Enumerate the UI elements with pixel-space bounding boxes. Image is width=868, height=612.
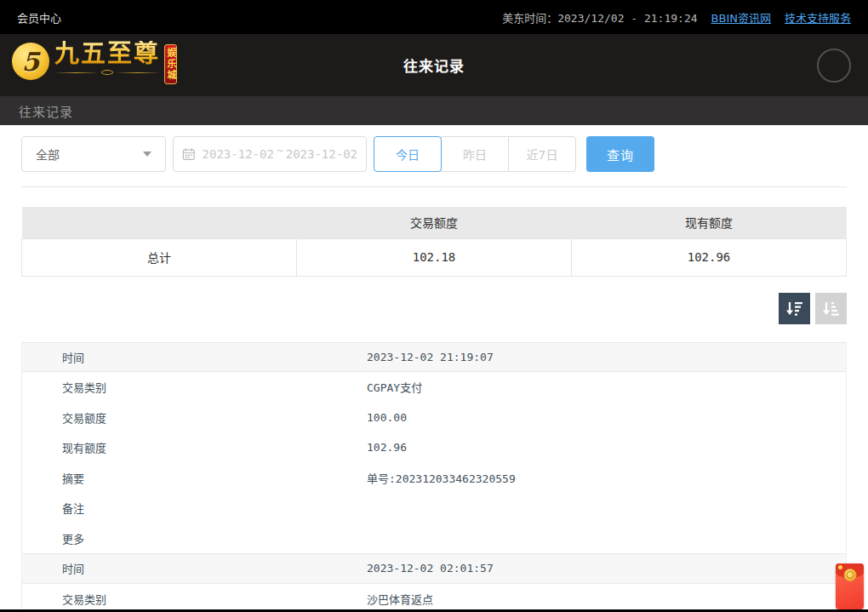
field-label: 时间 [22, 560, 367, 576]
record-field-row: 现有额度 102.96 [22, 432, 846, 463]
gold-coin-icon [843, 569, 856, 581]
date-start: 2023-12-02 [203, 147, 274, 161]
field-label: 更多 [22, 530, 367, 546]
summary-current-amount: 102.96 [572, 238, 847, 276]
last7days-button[interactable]: 近7日 [508, 136, 576, 172]
field-value: 100.00 [367, 411, 407, 424]
field-label: 摘要 [22, 470, 367, 486]
record: 时间 2023-12-02 02:01:57 交易类别 沙巴体育返点 [22, 553, 846, 612]
site-logo[interactable]: 5 九五至尊 娱乐城 [12, 41, 177, 84]
filter-bar: 全部 2023-12-02~2023-12-02 今日 昨日 近7日 [21, 136, 847, 172]
field-label: 备注 [22, 500, 367, 516]
record-field-row: 时间 2023-12-02 02:01:57 [22, 553, 846, 584]
field-label: 交易类别 [22, 379, 367, 395]
date-separator: ~ [277, 144, 283, 157]
field-label: 交易类别 [22, 591, 367, 607]
field-value: 102.96 [367, 441, 407, 454]
summary-header-transaction: 交易额度 [297, 207, 572, 238]
yesterday-button[interactable]: 昨日 [441, 136, 509, 172]
field-value: CGPAY支付 [367, 379, 422, 395]
date-end: 2023-12-02 [286, 147, 357, 161]
field-label: 交易额度 [22, 409, 367, 426]
field-label: 现有额度 [22, 439, 367, 455]
summary-table: 交易额度 现有额度 总计 102.18 102.96 [21, 207, 847, 277]
sort-ascending-icon [821, 299, 841, 318]
today-button[interactable]: 今日 [374, 136, 442, 172]
subheader-title: 往来记录 [19, 102, 73, 120]
subheader: 往来记录 [0, 96, 868, 125]
record-field-row: 交易额度 100.00 [22, 403, 846, 433]
red-envelope-button[interactable] [836, 563, 864, 609]
record-field-row: 时间 2023-12-02 21:19:07 [22, 342, 846, 373]
field-value: 沙巴体育返点 [367, 591, 433, 607]
field-value: 单号:202312033462320559 [367, 470, 516, 486]
record-field-row: 交易类别 沙巴体育返点 [22, 584, 846, 612]
page-title: 往来记录 [403, 54, 465, 76]
field-value: 2023-12-02 02:01:57 [367, 562, 494, 575]
member-center-link[interactable]: 会员中心 [17, 9, 61, 26]
summary-total-label: 总计 [22, 238, 297, 276]
quick-range-group: 今日 昨日 近7日 [374, 136, 576, 172]
us-eastern-time: 美东时间：2023/12/02 - 21:19:24 [502, 9, 697, 26]
field-label: 时间 [22, 349, 367, 365]
record-field-row: 摘要 单号:202312033462320559 [22, 463, 846, 494]
summary-transaction-amount: 102.18 [297, 238, 572, 276]
sort-descending-icon [785, 299, 804, 318]
notification-dot [838, 565, 842, 569]
sort-controls [21, 293, 847, 324]
logo-badge: 娱乐城 [164, 44, 177, 84]
summary-header-empty [22, 207, 297, 238]
main-header: 5 九五至尊 娱乐城 往来记录 [0, 34, 868, 96]
logo-flourish [54, 70, 160, 76]
summary-total-row: 总计 102.18 102.96 [22, 238, 847, 276]
logo-coin-icon: 5 [12, 43, 49, 80]
main-content: 全部 2023-12-02~2023-12-02 今日 昨日 近7日 [0, 125, 868, 612]
avatar-ring[interactable] [817, 49, 851, 83]
tech-support-link[interactable]: 技术支持服务 [785, 9, 851, 26]
record: 时间 2023-12-02 21:19:07 交易类别 CGPAY支付 交易额度… [22, 342, 846, 554]
record-field-row: 交易类别 CGPAY支付 [22, 372, 846, 403]
calendar-icon [182, 147, 196, 161]
sort-ascending-button[interactable] [815, 293, 847, 324]
chevron-down-icon [143, 152, 151, 157]
records-list: 时间 2023-12-02 21:19:07 交易类别 CGPAY支付 交易额度… [21, 342, 847, 612]
record-field-row: 更多 [22, 523, 846, 554]
divider [21, 186, 847, 187]
topbar: 会员中心 美东时间：2023/12/02 - 21:19:24 BBIN资讯网 … [0, 0, 868, 34]
record-field-row: 备注 [22, 493, 846, 523]
date-range-input[interactable]: 2023-12-02~2023-12-02 [173, 136, 367, 172]
type-select-value: 全部 [36, 146, 60, 163]
summary-header-row: 交易额度 现有额度 [22, 207, 847, 238]
logo-brand-text: 九五至尊 [54, 41, 160, 68]
field-value: 2023-12-02 21:19:07 [367, 351, 494, 363]
sort-descending-button[interactable] [779, 293, 810, 324]
bbin-news-link[interactable]: BBIN资讯网 [711, 9, 771, 26]
type-select[interactable]: 全部 [21, 136, 166, 172]
summary-header-current: 现有额度 [572, 207, 847, 238]
search-button[interactable]: 查询 [586, 136, 654, 172]
